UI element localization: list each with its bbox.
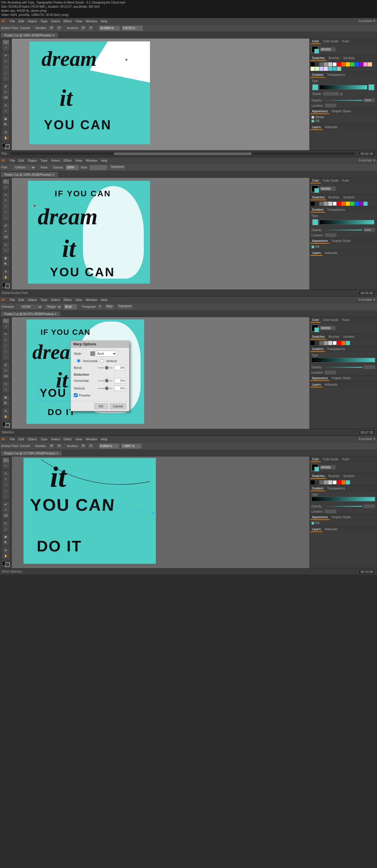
graphic-styles-tab-4[interactable]: Graphic Styles <box>330 515 353 520</box>
swatch-17[interactable] <box>319 67 323 71</box>
fill-color-swatch-4[interactable] <box>312 464 318 471</box>
tool-line-1[interactable]: / <box>3 65 9 70</box>
brushes-tab-3[interactable]: Brushes <box>327 335 341 340</box>
tool-selection-1[interactable]: ↖ <box>3 40 9 45</box>
layers-tab-2[interactable]: Layers <box>310 251 323 256</box>
swatch-10[interactable] <box>350 62 354 66</box>
swatches-tab-1[interactable]: Swatches <box>310 56 326 61</box>
opacity-input-1[interactable] <box>364 98 375 102</box>
tool-scale-3[interactable]: ⤢ <box>3 387 9 392</box>
tool-rotate-3[interactable]: ↻ <box>3 381 9 386</box>
stroke-swatch-2[interactable] <box>5 284 10 288</box>
brushes-tab-2[interactable]: Brushes <box>327 195 341 200</box>
color-guide-tab-2[interactable]: Color Guide <box>321 179 340 183</box>
color-guide-tab-4[interactable]: Color Guide <box>321 457 340 462</box>
menu-edit-4[interactable]: Edit <box>19 437 24 441</box>
gradient-tab-3[interactable]: Gradient <box>310 347 325 352</box>
swatch-13[interactable] <box>364 62 368 66</box>
swatch2-10[interactable] <box>350 202 354 206</box>
doc-tab-3[interactable]: Poster-2.ai @ 66.67% (RGB/Preview) ✕ <box>1 312 60 316</box>
brushes-tab-1[interactable]: Brushes <box>327 56 341 61</box>
swatch-green[interactable] <box>337 67 341 71</box>
menu-select-2[interactable]: Select <box>51 159 60 162</box>
font-select-3[interactable]: ADAM <box>19 304 42 310</box>
swatch-16[interactable] <box>315 67 319 71</box>
swatch4-6[interactable] <box>332 480 337 485</box>
doc-tab-1[interactable]: Poster-2.ai @ 100% (RGB/Preview) ✕ <box>1 33 58 38</box>
menu-type-4[interactable]: Type <box>40 437 48 441</box>
tool-rotate-4[interactable]: ↻ <box>3 521 9 526</box>
tool-pan-1[interactable]: ✋ <box>3 135 9 141</box>
swatch4-3[interactable] <box>319 480 323 485</box>
tool-line-2[interactable]: / <box>3 204 9 209</box>
tool-rect-3[interactable]: □ <box>3 349 9 354</box>
x-coord-input-1[interactable] <box>99 26 120 31</box>
tool-ellipse-4[interactable]: ○ <box>3 494 9 499</box>
stroke-width-input-1[interactable] <box>323 92 339 96</box>
style-input-2[interactable] <box>90 165 107 170</box>
menu-effect-4[interactable]: Effect <box>63 437 72 441</box>
stroke-swatch-4[interactable] <box>5 562 10 567</box>
swatch-15[interactable] <box>311 67 315 71</box>
opacity-slider-3[interactable] <box>323 367 362 368</box>
tool-eyedrop-2[interactable]: 🔍 <box>3 261 9 266</box>
menu-help-1[interactable]: Help <box>101 20 108 23</box>
tool-gradient-3[interactable]: ▣ <box>3 395 9 400</box>
menu-window-3[interactable]: Window <box>86 298 97 302</box>
swatch3-teal[interactable] <box>346 341 350 345</box>
x-coord-input-4[interactable] <box>99 443 119 449</box>
stroke-color-swatch-4[interactable] <box>314 467 319 471</box>
tool-pencil-3[interactable]: ✏ <box>3 368 9 373</box>
menu-view-4[interactable]: View <box>75 437 82 441</box>
brushes-tab-4[interactable]: Brushes <box>327 474 341 479</box>
warp-style-select[interactable]: Arch Arc Arc Lower Arc Upper Bulge <box>96 351 117 356</box>
gradient-tab-2[interactable]: Gradient <box>310 208 325 213</box>
transform-btn-3[interactable]: Transform <box>116 304 133 310</box>
tool-rotate-2[interactable]: ↻ <box>3 242 9 247</box>
warp-dialog[interactable]: Warp Options Style: Arch Arc Arc Lower A… <box>70 341 129 411</box>
tool-type-1[interactable]: T <box>3 59 9 64</box>
font-size-input-3[interactable] <box>64 304 77 310</box>
menu-window-2[interactable]: Window <box>86 159 97 162</box>
stroke-color-swatch-1[interactable] <box>314 49 319 54</box>
menu-type-2[interactable]: Type <box>40 159 48 162</box>
tool-pencil-4[interactable]: ✏ <box>3 507 9 512</box>
menu-effect-1[interactable]: Effect <box>63 20 72 23</box>
swatch4-4[interactable] <box>324 480 328 485</box>
vertical-radio[interactable] <box>100 359 104 363</box>
y-coord-input-4[interactable] <box>121 443 142 449</box>
opacity-slider-4[interactable] <box>323 506 362 507</box>
swatch3-3[interactable] <box>319 341 323 345</box>
align-left-3[interactable]: ≡ <box>98 304 103 310</box>
swatch-8[interactable] <box>341 62 346 66</box>
anchors-btn-4b[interactable]: ⊟ <box>88 443 94 449</box>
swatch-7[interactable] <box>337 62 341 66</box>
swatch-teal[interactable] <box>328 67 332 71</box>
swatch-18[interactable] <box>324 67 328 71</box>
warp-cancel-button[interactable]: Cancel <box>110 403 126 409</box>
symbols-tab-4[interactable]: Symbols <box>341 474 356 479</box>
tool-line-3[interactable]: / <box>3 343 9 348</box>
swatch2-8[interactable] <box>341 202 346 206</box>
tool-eyedrop-3[interactable]: 🔍 <box>3 401 9 406</box>
tool-rotate-1[interactable]: ↻ <box>3 103 9 108</box>
transparency-tab-4[interactable]: Transparency <box>325 486 347 491</box>
menu-object-1[interactable]: Object <box>28 20 37 23</box>
opacity-slider-1[interactable] <box>323 100 362 101</box>
graphic-styles-tab-2[interactable]: Graphic Styles <box>330 239 353 244</box>
swatches-tab-4[interactable]: Swatches <box>310 474 326 479</box>
bend-value-input[interactable] <box>114 365 126 370</box>
tool-pan-4[interactable]: ✋ <box>3 554 9 558</box>
swatch3-4[interactable] <box>324 341 328 345</box>
tool-ellipse-3[interactable]: ○ <box>3 354 9 360</box>
appearance-tab-1[interactable]: Appearance <box>310 109 330 114</box>
menu-effect-3[interactable]: Effect <box>63 298 72 302</box>
menu-file-4[interactable]: File <box>10 437 15 441</box>
gradient-stop-2[interactable] <box>369 84 374 90</box>
menu-object-3[interactable]: Object <box>28 298 37 302</box>
location-input-4[interactable] <box>325 509 337 514</box>
menu-help-4[interactable]: Help <box>101 437 108 441</box>
swatch-12[interactable] <box>359 62 363 66</box>
stroke-swatch-3[interactable] <box>5 423 10 428</box>
tool-zoom-2[interactable]: ⊕ <box>3 269 9 274</box>
